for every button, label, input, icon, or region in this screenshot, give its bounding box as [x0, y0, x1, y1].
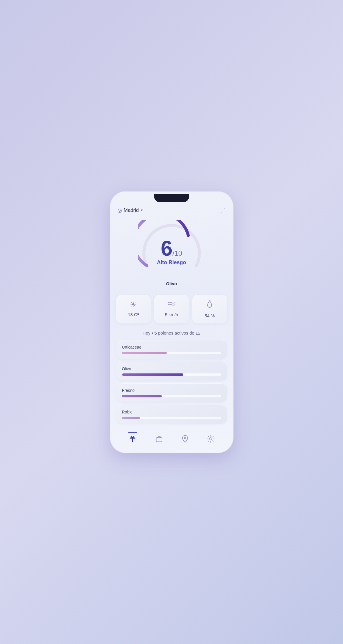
pollen-suffix: pólenes activos de 12 [158, 330, 200, 335]
bar-track-roble [122, 417, 221, 419]
bar-fill-olivo [122, 373, 184, 376]
pollen-item-urticaceae[interactable]: Urticaceae [116, 340, 227, 359]
nav-item-location[interactable] [182, 435, 189, 445]
wind-icon [168, 300, 176, 309]
weather-cards: ☀ 18 Cº 5 km/h 54 % [110, 292, 233, 329]
svg-point-15 [184, 437, 186, 439]
svg-point-13 [134, 438, 135, 439]
gauge-section: 6/10 Alto Riesgo Olivo [110, 217, 233, 292]
pollen-name-fresno: Fresno [122, 388, 221, 393]
chevron-down-icon: ▾ [141, 208, 143, 212]
location-button[interactable]: ◎ Madrid ▾ [117, 207, 143, 214]
pollen-name-roble: Roble [122, 410, 221, 414]
bar-fill-fresno [122, 395, 162, 397]
svg-point-11 [134, 437, 135, 437]
shop-icon [155, 435, 163, 445]
pollen-summary: Hoy • 5 pólenes activos de 12 [110, 329, 233, 340]
pollen-item-roble[interactable]: Roble [116, 405, 227, 424]
share-button[interactable]: ⋰ [220, 207, 226, 214]
wind-value: 5 km/h [165, 312, 178, 317]
pollen-item-olivo[interactable]: Olivo [116, 362, 227, 380]
gauge-risk-label: Alto Riesgo [157, 259, 186, 266]
map-pin-icon [182, 435, 189, 445]
phone-frame: ◎ Madrid ▾ ⋰ [110, 192, 233, 453]
temperature-value: 18 Cº [128, 312, 139, 317]
svg-point-10 [130, 437, 130, 437]
gauge-center: 6/10 Alto Riesgo [157, 238, 186, 266]
bar-track-olivo [122, 373, 221, 376]
location-pin-icon: ◎ [117, 207, 122, 214]
pollen-active-count: 5 [154, 330, 157, 335]
nav-item-shop[interactable] [155, 435, 163, 445]
pollen-name-urticaceae: Urticaceae [122, 345, 221, 349]
gauge-container: 6/10 Alto Riesgo [138, 220, 205, 279]
svg-point-16 [210, 438, 212, 440]
humidity-icon [206, 300, 213, 310]
pollen-summary-text: Hoy • 5 pólenes activos de 12 [117, 330, 226, 335]
svg-point-9 [133, 435, 134, 436]
bar-track-fresno [122, 395, 221, 397]
dandelion-icon [128, 434, 137, 446]
header: ◎ Madrid ▾ ⋰ [110, 205, 233, 217]
bar-fill-roble [122, 417, 140, 419]
plant-label: Olivo [166, 281, 177, 286]
sun-icon: ☀ [130, 300, 137, 309]
nav-item-settings[interactable] [207, 435, 215, 445]
pollen-list: Urticaceae Olivo Fresno Roble [110, 340, 233, 430]
phone-screen: ◎ Madrid ▾ ⋰ [110, 192, 233, 453]
bottom-nav [110, 430, 233, 453]
bar-fill-urticaceae [122, 352, 167, 354]
bar-track-urticaceae [122, 352, 221, 354]
svg-point-8 [130, 435, 131, 436]
pollen-item-fresno[interactable]: Fresno [116, 383, 227, 402]
gauge-score: 6/10 [161, 252, 182, 257]
pollen-name-olivo: Olivo [122, 366, 221, 371]
svg-point-12 [130, 438, 130, 439]
svg-rect-14 [156, 438, 162, 442]
settings-icon [207, 435, 215, 445]
status-bar [110, 192, 233, 205]
temperature-card: ☀ 18 Cº [116, 295, 151, 323]
humidity-card: 54 % [192, 295, 227, 323]
notch [154, 194, 189, 202]
location-name: Madrid [124, 207, 139, 213]
wind-card: 5 km/h [154, 295, 189, 323]
humidity-value: 54 % [205, 313, 215, 318]
nav-item-pollen[interactable] [128, 434, 137, 446]
